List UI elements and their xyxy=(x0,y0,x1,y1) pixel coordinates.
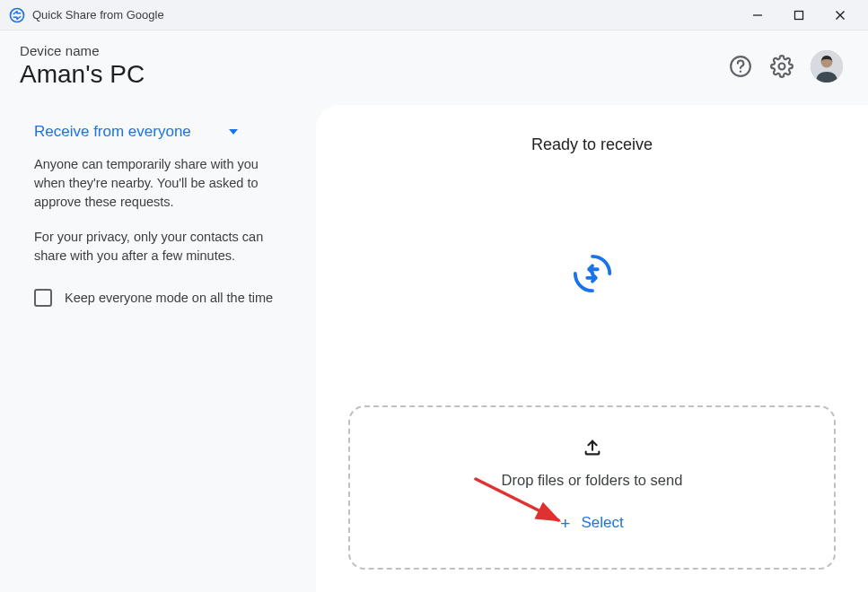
svg-point-7 xyxy=(779,63,785,69)
close-button[interactable] xyxy=(820,0,861,30)
main-panel: Ready to receive Drop files or folders t… xyxy=(316,105,868,592)
ready-title: Ready to receive xyxy=(348,135,836,154)
device-name: Aman's PC xyxy=(20,60,728,89)
window-controls xyxy=(737,0,861,30)
help-button[interactable] xyxy=(728,54,753,79)
svg-point-6 xyxy=(740,70,741,72)
select-files-label: Select xyxy=(581,514,623,532)
receive-mode-label: Receive from everyone xyxy=(34,123,191,141)
avatar[interactable] xyxy=(811,50,843,83)
maximize-button[interactable] xyxy=(778,0,820,30)
svg-rect-2 xyxy=(795,11,803,19)
upload-icon xyxy=(583,438,602,461)
drop-text: Drop files or folders to send xyxy=(502,472,683,489)
device-name-label: Device name xyxy=(20,43,728,58)
sidebar: Receive from everyone Anyone can tempora… xyxy=(0,105,316,592)
quick-share-transfer-icon xyxy=(572,253,613,298)
receive-mode-dropdown[interactable]: Receive from everyone xyxy=(34,123,289,141)
header: Device name Aman's PC xyxy=(0,30,868,105)
titlebar-title: Quick Share from Google xyxy=(32,8,164,22)
chevron-down-icon xyxy=(229,129,238,135)
keep-everyone-checkbox[interactable] xyxy=(34,289,52,307)
settings-button[interactable] xyxy=(769,54,794,79)
quick-share-logo-icon xyxy=(9,7,25,23)
drop-zone[interactable]: Drop files or folders to send + Select xyxy=(348,405,836,570)
plus-icon: + xyxy=(560,515,570,532)
select-files-button[interactable]: + Select xyxy=(560,514,623,532)
keep-everyone-checkbox-row[interactable]: Keep everyone mode on all the time xyxy=(34,289,289,307)
receive-description-1: Anyone can temporarily share with you wh… xyxy=(34,155,285,212)
keep-everyone-checkbox-label: Keep everyone mode on all the time xyxy=(65,291,273,305)
minimize-button[interactable] xyxy=(737,0,778,30)
receive-description-2: For your privacy, only your contacts can… xyxy=(34,228,285,266)
titlebar: Quick Share from Google xyxy=(0,0,868,30)
